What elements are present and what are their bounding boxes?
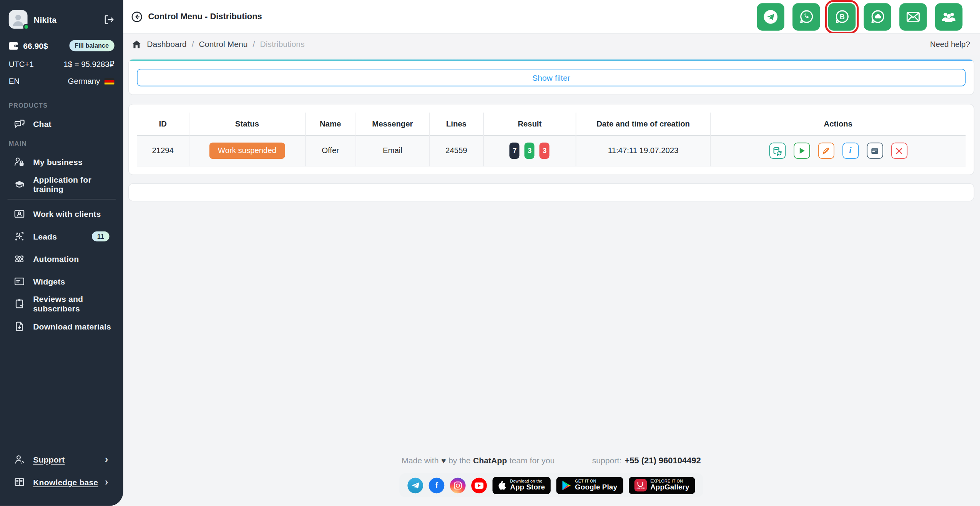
breadcrumb-distributions: Distributions: [260, 39, 304, 48]
sidebar-item-work-with-clients[interactable]: Work with clients: [0, 203, 123, 225]
table-header-row: ID Status Name Messenger Lines Result Da…: [137, 113, 965, 135]
back-button[interactable]: [131, 11, 143, 22]
country-value[interactable]: Germany: [68, 77, 100, 86]
sidebar-item-leads[interactable]: Leads 11: [0, 225, 123, 248]
made-with-line: Made with ♥ by the ChatApp team for you: [402, 456, 555, 465]
sidebar-item-support[interactable]: Support ›: [0, 448, 123, 471]
widgets-window-icon: [14, 276, 25, 287]
col-header-date: Date and time of creation: [576, 113, 710, 135]
home-icon[interactable]: [132, 40, 141, 48]
col-header-name: Name: [305, 113, 356, 135]
footer-credits: Made with ♥ by the ChatApp team for you …: [402, 456, 701, 465]
col-header-actions: Actions: [710, 113, 965, 135]
store-badge-bottom-text: Google Play: [575, 483, 617, 491]
cell-id: 21294: [137, 135, 189, 166]
sidebar-item-knowledge-base[interactable]: Knowledge base ›: [0, 471, 123, 494]
group-users-icon: [940, 8, 958, 25]
store-bar: f: [399, 473, 703, 497]
telegram-social-icon[interactable]: [408, 478, 424, 493]
whatsapp-business-icon: B: [834, 8, 850, 25]
app-store-badge[interactable]: Download on the App Store: [493, 477, 551, 494]
by-the-text: by the: [448, 456, 471, 465]
store-badge-bottom-text: AppGallery: [650, 483, 689, 491]
info-action-button[interactable]: i: [842, 143, 858, 159]
instagram-social-icon[interactable]: [450, 478, 466, 493]
sidebar-item-automation[interactable]: Automation: [0, 248, 123, 270]
briefcase-user-icon: [14, 156, 25, 168]
cell-result: 7 3 3: [483, 135, 576, 166]
main-section-label: MAIN: [0, 140, 123, 147]
appgallery-badge[interactable]: HUAWEI EXPLORE IT ON AppGallery: [628, 477, 695, 494]
balance-row: 66.90$ Fill balance: [0, 40, 123, 51]
col-header-id: ID: [137, 113, 189, 135]
cell-actions: i: [710, 135, 965, 166]
telegram-channel-button[interactable]: [757, 3, 784, 30]
svg-text:B: B: [839, 13, 844, 21]
database-sync-action-button[interactable]: [769, 143, 785, 159]
edit-action-button[interactable]: [818, 143, 834, 159]
empty-panel: [128, 183, 974, 201]
show-filter-button[interactable]: Show filter: [137, 69, 965, 87]
cell-name: Offer: [305, 135, 356, 166]
sidebar-item-label: Automation: [33, 254, 114, 263]
heart-icon: ♥: [441, 456, 446, 465]
youtube-social-icon[interactable]: [471, 478, 487, 493]
breadcrumb-separator: /: [252, 39, 255, 48]
sidebar-item-label: My business: [33, 157, 114, 166]
group-channel-button[interactable]: [935, 3, 963, 30]
support-contact: support: +55 (21) 960104492: [592, 456, 701, 465]
whatsapp-channel-button[interactable]: [792, 3, 820, 30]
google-play-badge[interactable]: GET IT ON Google Play: [556, 477, 623, 494]
logout-icon[interactable]: [104, 14, 115, 25]
language-value[interactable]: EN: [9, 77, 20, 86]
viewport: Nikita 66.90$ Fill balance UTC+1 1$ = 95…: [0, 0, 980, 506]
sidebar-item-reviews-and-subscribers[interactable]: Reviews and subscribers: [0, 293, 123, 315]
team-text: team for you: [510, 456, 555, 465]
report-action-button[interactable]: [867, 143, 883, 159]
breadcrumb: Dashboard / Control Menu / Distributions…: [123, 33, 980, 54]
leads-count-badge: 11: [92, 231, 110, 241]
sidebar-item-widgets[interactable]: Widgets: [0, 270, 123, 293]
col-header-messenger: Messenger: [355, 113, 429, 135]
sidebar-bottom: Support › Knowledge base ›: [0, 448, 123, 493]
huawei-label: HUAWEI: [636, 487, 645, 489]
fill-balance-button[interactable]: Fill balance: [69, 40, 115, 51]
result-success-badge: 3: [525, 143, 535, 159]
clipboard-check-icon: [14, 298, 25, 310]
sidebar-item-chat[interactable]: Chat: [0, 113, 123, 135]
play-action-button[interactable]: [794, 143, 810, 159]
info-icon: i: [849, 146, 851, 155]
sidebar-item-label: Chat: [33, 119, 114, 128]
status-badge[interactable]: Work suspended: [209, 143, 285, 159]
email-channel-button[interactable]: [899, 3, 927, 30]
sidebar-item-application-for-training[interactable]: Application for training: [0, 173, 123, 196]
col-header-lines: Lines: [429, 113, 483, 135]
footer: Made with ♥ by the ChatApp team for you …: [128, 456, 974, 506]
avatar[interactable]: [9, 10, 28, 29]
chat-cloud-icon: [869, 8, 886, 25]
sidebar-item-download-materials[interactable]: Download materials: [0, 315, 123, 338]
chatapp-channel-button[interactable]: [864, 3, 892, 30]
support-phone[interactable]: +55 (21) 960104492: [625, 456, 701, 465]
sidebar-item-label: Knowledge base: [33, 478, 105, 487]
close-action-button[interactable]: [891, 143, 907, 159]
sidebar-item-label: Application for training: [33, 175, 114, 194]
atom-icon: [14, 253, 25, 265]
facebook-social-icon[interactable]: f: [429, 478, 445, 493]
id-card-icon: [14, 208, 25, 220]
breadcrumb-separator: /: [192, 39, 194, 48]
sidebar-item-my-business[interactable]: My business: [0, 151, 123, 173]
breadcrumb-control-menu[interactable]: Control Menu: [199, 39, 248, 48]
google-play-icon: [562, 480, 571, 491]
whatsapp-business-channel-button-active[interactable]: B: [828, 3, 856, 30]
breadcrumb-dashboard[interactable]: Dashboard: [147, 39, 186, 48]
balance-amount: 66.90$: [23, 41, 69, 50]
chevron-right-icon: ›: [105, 477, 108, 487]
page-title: Control Menu - Distributions: [148, 12, 262, 21]
leads-branch-icon: [14, 231, 25, 242]
timezone-row: UTC+1 1$ = 95.9283₽: [0, 59, 123, 68]
book-icon: [14, 476, 25, 488]
sidebar-divider: [8, 199, 116, 200]
need-help-link[interactable]: Need help?: [930, 40, 970, 48]
main-area: Control Menu - Distributions: [123, 0, 980, 506]
